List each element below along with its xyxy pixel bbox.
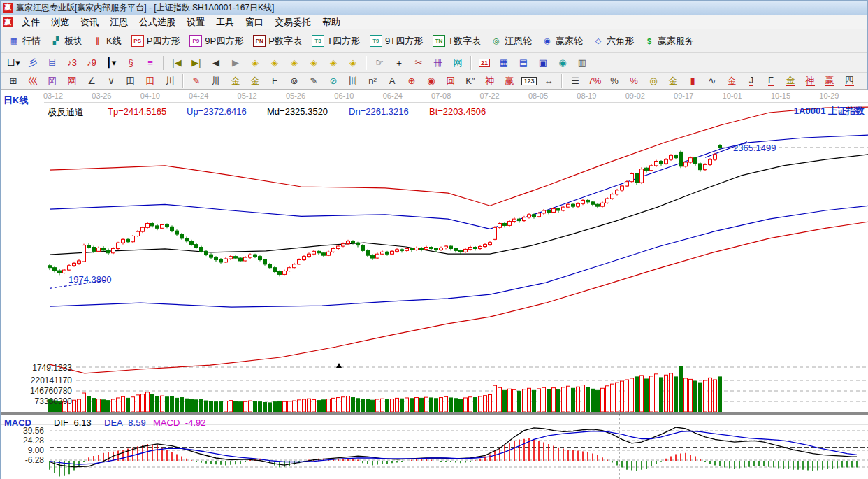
t-number-button[interactable]: TNT数字表 [428,32,486,50]
calculator-button[interactable]: ▦ [495,55,513,71]
fan-box-tool[interactable]: 冈 [43,73,62,89]
first-bar-button[interactable]: |◀ [168,55,186,71]
hash-2-tool[interactable]: 卌 [344,73,362,89]
gann-gold-grid-tool[interactable]: 金 [246,73,264,89]
expand-all-diamond[interactable]: ◈ [324,55,342,71]
p-number-button[interactable]: PNP数字表 [248,32,307,50]
bars-3-tool[interactable]: ♪3 [63,55,81,71]
gann-gold-line-tool[interactable]: 金 [226,73,245,89]
winner-wheel-button[interactable]: ◉赢家轮 [537,32,588,50]
chart-area[interactable]: 日K线 极反通道 Tp=2414.5165 Up=2372.6416 Md=23… [1,90,868,479]
ruler-tool[interactable]: 123 [520,73,538,89]
candle-pencil-tool[interactable]: ▮ [683,73,702,89]
sectors-button[interactable]: ▞板块 [45,32,87,50]
gold-lines-tool[interactable]: 金 [664,73,682,89]
bars-9-tool[interactable]: ♪9 [82,55,101,71]
circle-2-tool[interactable]: ⊘ [324,73,342,89]
gann-grid-tool[interactable]: 冊 [429,55,447,71]
next-bar-button[interactable]: ▶ [226,55,245,71]
gann-wheel-button[interactable]: ◎江恩轮 [486,32,537,50]
gold-lines-icon: 金 [669,75,678,87]
grid-fan-tool[interactable]: 网 [63,73,81,89]
menu-item[interactable]: 交易委托 [269,15,317,30]
last-bar-button[interactable]: ▶| [187,55,205,71]
save-button[interactable]: ▣ [534,55,552,71]
notepad-button[interactable]: ▤ [514,55,533,71]
gold-circle-tool[interactable]: ◎ [644,73,663,89]
ying-tool[interactable]: 赢 [500,73,519,89]
percent-lines-tool[interactable]: % [625,73,643,89]
hand-tool[interactable]: ☞ [370,55,389,71]
menu-item[interactable]: 浏览 [45,15,75,30]
candle-style-dropdown[interactable]: ┃▾ [102,55,120,71]
menu-item[interactable]: 文件 [16,15,45,30]
t-square-button[interactable]: T3T四方形 [307,32,365,50]
angle-line-tool[interactable]: ∠ [82,73,101,89]
winner-service-button[interactable]: $赢家服务 [639,32,699,50]
menu-item[interactable]: 江恩 [104,15,133,30]
menu-item[interactable]: 资讯 [75,15,104,30]
grid-tool[interactable]: 田 [122,73,140,89]
box-line-tool[interactable]: ⊞ [4,73,22,89]
shrink-h-diamond[interactable]: ◈ [305,55,323,71]
shen-tool[interactable]: 神 [481,73,499,89]
j-angle-tool[interactable]: J [742,73,760,89]
network-button[interactable]: ◉ [554,55,572,71]
menu-item[interactable]: 设置 [181,15,210,30]
fan-lines-tool[interactable]: 巛 [24,73,42,89]
p-square-button[interactable]: PSP四方形 [126,32,185,50]
hexagon-button[interactable]: ◇六角形 [588,32,639,50]
toolbar-button-label: 行情 [22,35,41,48]
k-quote-tool[interactable]: K″ [461,73,479,89]
menu-item[interactable]: 帮助 [317,15,346,30]
a-line-tool[interactable]: A [383,73,401,89]
f-line-tool[interactable]: F [266,73,284,89]
grid-box-red-tool[interactable]: 回 [442,73,460,89]
ying-angle-tool[interactable]: 赢 [820,73,839,89]
n-square-tool[interactable]: n² [363,73,382,89]
hash-lines-tool[interactable]: 卅 [207,73,225,89]
t9-square-button[interactable]: T99T四方形 [365,32,428,50]
gold-angle-tool[interactable]: 金 [781,73,800,89]
percent-7-tool[interactable]: 7% [586,73,604,89]
spiral-tool[interactable]: ⊚ [285,73,303,89]
pencil-candle-tool[interactable]: ✎ [305,73,323,89]
target-tool[interactable]: ◉ [422,73,440,89]
kline-button[interactable]: ∥K线 [87,32,126,50]
parallel-lines-tool[interactable]: 川 [161,73,179,89]
shrink-all-diamond[interactable]: ◈ [344,55,362,71]
percent-tool[interactable]: % [605,73,623,89]
menu-item[interactable]: 公式选股 [133,15,181,30]
wave-net-tool[interactable]: 网 [449,55,467,71]
pattern-box-tool[interactable]: § [122,55,140,71]
p9-square-button[interactable]: P99P四方形 [185,32,248,50]
grid-red-tool[interactable]: 田 [141,73,159,89]
title-bar[interactable]: 赢 赢家江恩专业版[赢家内部服务平台] - [上证指数 SH1A0001-167… [1,1,867,15]
si-angle-tool[interactable]: 四 [840,73,858,89]
zoom-in-diamond[interactable]: ◈ [266,55,284,71]
kline-period-dropdown[interactable]: 日▾ [4,55,22,71]
f-angle-tool[interactable]: F [762,73,780,89]
info-panel-tool[interactable]: 目 [43,55,62,71]
zoom-out-diamond[interactable]: ◈ [246,55,264,71]
date-tick: 04-24 [189,92,208,100]
circle-cross-tool[interactable]: ⊕ [403,73,421,89]
shen-angle-tool[interactable]: 神 [801,73,819,89]
quotes-button[interactable]: ▦行情 [3,32,45,50]
pencil-tool[interactable]: ✎ [187,73,205,89]
calendar-button[interactable]: 21 [475,55,493,71]
wave-lines-tool[interactable]: ∿ [703,73,721,89]
erase-tool[interactable]: ✂ [410,55,428,71]
width-measure-tool[interactable]: ↔ [540,73,558,89]
histogram-color-tool[interactable]: ≡ [141,55,159,71]
print-button[interactable]: ▥ [573,55,591,71]
gold-lines-red-tool[interactable]: 金 [723,73,741,89]
prev-bar-button[interactable]: ◀ [207,55,225,71]
crosshair-tool[interactable]: ＋ [390,55,408,71]
expand-h-diamond[interactable]: ◈ [285,55,303,71]
menu-item[interactable]: 窗口 [240,15,269,30]
v-line-tool[interactable]: ∨ [102,73,120,89]
menu-item[interactable]: 工具 [210,15,240,30]
chart-pattern-tool[interactable]: 彡 [24,55,42,71]
scale-ruler-tool[interactable]: ☰ [566,73,584,89]
